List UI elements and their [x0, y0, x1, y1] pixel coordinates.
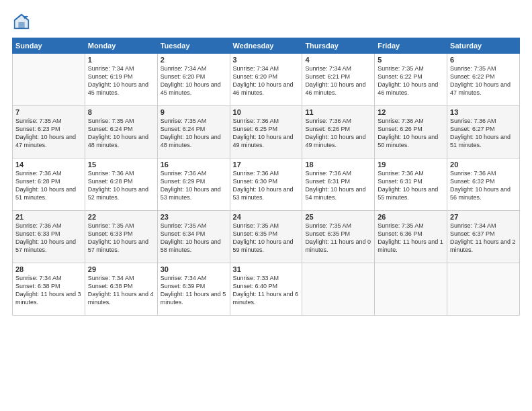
day-header-thursday: Thursday: [302, 38, 375, 54]
day-number: 15: [88, 161, 154, 169]
day-number: 13: [450, 108, 517, 116]
day-number: 10: [233, 108, 300, 116]
cell-info: Sunrise: 7:35 AMSunset: 6:23 PMDaylight:…: [15, 118, 76, 148]
day-header-friday: Friday: [375, 38, 447, 54]
header: [12, 12, 520, 31]
page: SundayMondayTuesdayWednesdayThursdayFrid…: [0, 0, 532, 411]
calendar-cell: 16Sunrise: 7:36 AMSunset: 6:29 PMDayligh…: [157, 158, 230, 211]
day-number: 18: [305, 161, 371, 169]
week-row-1: 1Sunrise: 7:34 AMSunset: 6:19 PMDaylight…: [13, 54, 520, 106]
cell-info: Sunrise: 7:36 AMSunset: 6:31 PMDaylight:…: [378, 170, 438, 201]
logo: [12, 12, 34, 31]
cell-info: Sunrise: 7:36 AMSunset: 6:25 PMDaylight:…: [233, 118, 294, 148]
day-number: 8: [88, 108, 154, 116]
calendar-cell: 19Sunrise: 7:36 AMSunset: 6:31 PMDayligh…: [375, 158, 447, 211]
cell-info: Sunrise: 7:36 AMSunset: 6:29 PMDaylight:…: [161, 170, 221, 201]
cell-info: Sunrise: 7:34 AMSunset: 6:19 PMDaylight:…: [88, 65, 148, 96]
cell-info: Sunrise: 7:34 AMSunset: 6:38 PMDaylight:…: [15, 275, 81, 306]
day-number: 11: [305, 108, 371, 116]
calendar-cell: 9Sunrise: 7:35 AMSunset: 6:24 PMDaylight…: [157, 106, 230, 158]
day-header-wednesday: Wednesday: [230, 38, 302, 54]
logo-icon: [12, 12, 31, 31]
calendar-cell: 25Sunrise: 7:35 AMSunset: 6:35 PMDayligh…: [302, 211, 375, 263]
calendar-cell: 1Sunrise: 7:34 AMSunset: 6:19 PMDaylight…: [85, 54, 157, 106]
day-number: 22: [88, 213, 154, 221]
day-number: 3: [233, 56, 300, 64]
day-number: 6: [450, 56, 517, 64]
calendar-cell: 20Sunrise: 7:36 AMSunset: 6:32 PMDayligh…: [447, 158, 520, 211]
calendar-cell: 12Sunrise: 7:36 AMSunset: 6:26 PMDayligh…: [375, 106, 447, 158]
day-header-sunday: Sunday: [13, 38, 85, 54]
calendar-cell: 15Sunrise: 7:36 AMSunset: 6:28 PMDayligh…: [85, 158, 157, 211]
day-number: 1: [88, 56, 154, 64]
day-number: 28: [15, 265, 82, 273]
calendar-cell: [375, 263, 447, 316]
cell-info: Sunrise: 7:34 AMSunset: 6:39 PMDaylight:…: [161, 275, 226, 306]
cell-info: Sunrise: 7:35 AMSunset: 6:36 PMDaylight:…: [378, 222, 443, 253]
day-number: 19: [378, 161, 444, 169]
day-number: 25: [305, 213, 371, 221]
days-header-row: SundayMondayTuesdayWednesdayThursdayFrid…: [13, 38, 520, 54]
calendar-cell: [447, 263, 520, 316]
cell-info: Sunrise: 7:34 AMSunset: 6:21 PMDaylight:…: [305, 65, 365, 96]
calendar-cell: 30Sunrise: 7:34 AMSunset: 6:39 PMDayligh…: [157, 263, 230, 316]
cell-info: Sunrise: 7:35 AMSunset: 6:34 PMDaylight:…: [161, 222, 221, 253]
day-number: 23: [161, 213, 227, 221]
day-header-tuesday: Tuesday: [157, 38, 230, 54]
calendar-cell: 17Sunrise: 7:36 AMSunset: 6:30 PMDayligh…: [230, 158, 302, 211]
cell-info: Sunrise: 7:34 AMSunset: 6:20 PMDaylight:…: [161, 65, 221, 96]
calendar-cell: 2Sunrise: 7:34 AMSunset: 6:20 PMDaylight…: [157, 54, 230, 106]
calendar-cell: 29Sunrise: 7:34 AMSunset: 6:38 PMDayligh…: [85, 263, 157, 316]
day-number: 17: [233, 161, 300, 169]
day-number: 24: [233, 213, 300, 221]
calendar-cell: 14Sunrise: 7:36 AMSunset: 6:28 PMDayligh…: [13, 158, 85, 211]
calendar-cell: 24Sunrise: 7:35 AMSunset: 6:35 PMDayligh…: [230, 211, 302, 263]
day-number: 16: [161, 161, 227, 169]
cell-info: Sunrise: 7:36 AMSunset: 6:30 PMDaylight:…: [233, 170, 294, 201]
cell-info: Sunrise: 7:36 AMSunset: 6:28 PMDaylight:…: [88, 170, 148, 201]
day-number: 2: [161, 56, 227, 64]
day-number: 14: [15, 161, 82, 169]
calendar-cell: 31Sunrise: 7:33 AMSunset: 6:40 PMDayligh…: [230, 263, 302, 316]
cell-info: Sunrise: 7:35 AMSunset: 6:33 PMDaylight:…: [88, 222, 148, 253]
day-number: 30: [161, 265, 227, 273]
calendar-cell: 6Sunrise: 7:35 AMSunset: 6:22 PMDaylight…: [447, 54, 520, 106]
cell-info: Sunrise: 7:36 AMSunset: 6:32 PMDaylight:…: [450, 170, 511, 201]
cell-info: Sunrise: 7:35 AMSunset: 6:22 PMDaylight:…: [450, 65, 511, 96]
calendar-cell: 21Sunrise: 7:36 AMSunset: 6:33 PMDayligh…: [13, 211, 85, 263]
cell-info: Sunrise: 7:36 AMSunset: 6:27 PMDaylight:…: [450, 118, 511, 148]
cell-info: Sunrise: 7:35 AMSunset: 6:35 PMDaylight:…: [233, 222, 294, 253]
week-row-2: 7Sunrise: 7:35 AMSunset: 6:23 PMDaylight…: [13, 106, 520, 158]
cell-info: Sunrise: 7:35 AMSunset: 6:22 PMDaylight:…: [378, 65, 438, 96]
cell-info: Sunrise: 7:36 AMSunset: 6:28 PMDaylight:…: [15, 170, 76, 201]
day-number: 20: [450, 161, 517, 169]
calendar-cell: 3Sunrise: 7:34 AMSunset: 6:20 PMDaylight…: [230, 54, 302, 106]
day-number: 31: [233, 265, 300, 273]
calendar-cell: 4Sunrise: 7:34 AMSunset: 6:21 PMDaylight…: [302, 54, 375, 106]
calendar-cell: 13Sunrise: 7:36 AMSunset: 6:27 PMDayligh…: [447, 106, 520, 158]
day-header-monday: Monday: [85, 38, 157, 54]
cell-info: Sunrise: 7:36 AMSunset: 6:33 PMDaylight:…: [15, 222, 76, 253]
calendar-cell: [13, 54, 85, 106]
day-number: 7: [15, 108, 82, 116]
cell-info: Sunrise: 7:36 AMSunset: 6:26 PMDaylight:…: [378, 118, 438, 148]
calendar-cell: 7Sunrise: 7:35 AMSunset: 6:23 PMDaylight…: [13, 106, 85, 158]
cell-info: Sunrise: 7:34 AMSunset: 6:38 PMDaylight:…: [88, 275, 154, 306]
cell-info: Sunrise: 7:35 AMSunset: 6:24 PMDaylight:…: [161, 118, 221, 148]
day-number: 27: [450, 213, 517, 221]
calendar-cell: 10Sunrise: 7:36 AMSunset: 6:25 PMDayligh…: [230, 106, 302, 158]
calendar-cell: 5Sunrise: 7:35 AMSunset: 6:22 PMDaylight…: [375, 54, 447, 106]
calendar-cell: 22Sunrise: 7:35 AMSunset: 6:33 PMDayligh…: [85, 211, 157, 263]
calendar-cell: 8Sunrise: 7:35 AMSunset: 6:24 PMDaylight…: [85, 106, 157, 158]
day-number: 26: [378, 213, 444, 221]
calendar-cell: 23Sunrise: 7:35 AMSunset: 6:34 PMDayligh…: [157, 211, 230, 263]
cell-info: Sunrise: 7:35 AMSunset: 6:35 PMDaylight:…: [305, 222, 371, 253]
week-row-3: 14Sunrise: 7:36 AMSunset: 6:28 PMDayligh…: [13, 158, 520, 211]
calendar-cell: 11Sunrise: 7:36 AMSunset: 6:26 PMDayligh…: [302, 106, 375, 158]
calendar-cell: 18Sunrise: 7:36 AMSunset: 6:31 PMDayligh…: [302, 158, 375, 211]
calendar-cell: 26Sunrise: 7:35 AMSunset: 6:36 PMDayligh…: [375, 211, 447, 263]
cell-info: Sunrise: 7:36 AMSunset: 6:31 PMDaylight:…: [305, 170, 365, 201]
cell-info: Sunrise: 7:33 AMSunset: 6:40 PMDaylight:…: [233, 275, 299, 306]
calendar-cell: [302, 263, 375, 316]
day-number: 21: [15, 213, 82, 221]
